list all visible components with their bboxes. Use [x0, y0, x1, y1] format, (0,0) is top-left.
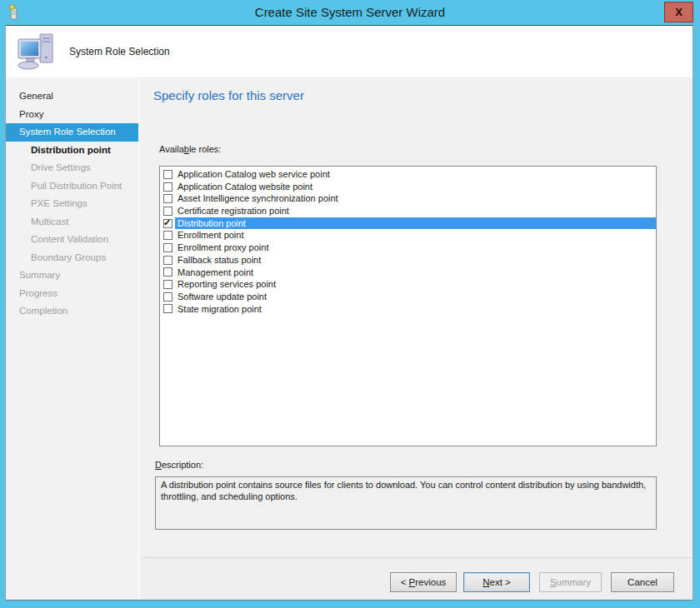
wizard-sidebar: GeneralProxySystem Role SelectionDistrib… [6, 77, 140, 600]
client-area: System Role Selection GeneralProxySystem… [5, 25, 693, 601]
role-row-certificate-registration-point[interactable]: Certificate registration point [160, 205, 656, 217]
sidebar-item-boundary-groups: Boundary Groups [6, 249, 138, 267]
description-text: A distribution point contains source fil… [161, 480, 651, 502]
role-label: Enrollment point [175, 229, 656, 242]
summary-button: Summary [539, 572, 602, 592]
role-row-management-point[interactable]: Management point [160, 267, 656, 279]
checkbox-management-point[interactable] [163, 267, 172, 277]
sidebar-item-progress: Progress [6, 285, 138, 303]
wizard-app-icon [7, 4, 21, 21]
role-row-fallback-status-point[interactable]: Fallback status point [160, 254, 656, 267]
checkbox-asset-intelligence-synchronization-point[interactable] [163, 194, 172, 203]
role-row-application-catalog-web-service-point[interactable]: Application Catalog web service point [160, 168, 656, 181]
titlebar[interactable]: Create Site System Server Wizard X [0, 0, 700, 25]
page-heading: Specify roles for this server [153, 88, 304, 102]
main-panel: Specify roles for this server Available … [142, 77, 692, 600]
role-label: Enrollment proxy point [175, 242, 656, 254]
role-row-reporting-services-point[interactable]: Reporting services point [160, 278, 656, 291]
available-roles-list[interactable]: Application Catalog web service pointApp… [159, 166, 657, 446]
role-label: State migration point [175, 303, 656, 316]
sidebar-item-system-role-selection[interactable]: System Role Selection [6, 123, 138, 142]
sidebar-item-proxy[interactable]: Proxy [6, 106, 138, 124]
checkbox-fallback-status-point[interactable] [163, 256, 172, 265]
sidebar-item-distribution-point[interactable]: Distribution point [6, 142, 138, 160]
description-label: Description: [155, 460, 203, 470]
sidebar-item-pull-distribution-point: Pull Distribution Point [6, 177, 138, 196]
sidebar-item-multicast: Multicast [6, 213, 138, 232]
check-icon: ✓ [163, 218, 171, 227]
footer: < PreviousNext >SummaryCancel [142, 557, 692, 600]
sidebar-item-drive-settings: Drive Settings [6, 159, 138, 177]
role-row-enrollment-proxy-point[interactable]: Enrollment proxy point [160, 242, 656, 254]
close-button[interactable]: X [664, 2, 693, 22]
role-row-software-update-point[interactable]: Software update point [160, 291, 656, 303]
next-button[interactable]: Next > [463, 572, 530, 592]
wizard-window: Create Site System Server Wizard X [0, 0, 700, 608]
role-label: Certificate registration point [175, 205, 656, 217]
role-label: Application Catalog website point [175, 181, 656, 193]
checkbox-reporting-services-point[interactable] [163, 280, 172, 289]
checkbox-application-catalog-website-point[interactable] [163, 182, 172, 192]
checkbox-distribution-point[interactable]: ✓ [163, 219, 172, 228]
checkbox-software-update-point[interactable] [163, 292, 172, 302]
role-row-enrollment-point[interactable]: Enrollment point [160, 229, 656, 242]
role-label: Asset Intelligence synchronization point [175, 192, 656, 205]
checkbox-enrollment-proxy-point[interactable] [163, 243, 172, 252]
sidebar-item-general[interactable]: General [6, 87, 138, 106]
sidebar-item-summary: Summary [6, 267, 138, 285]
window-title: Create Site System Server Wizard [50, 0, 650, 25]
cancel-button[interactable]: Cancel [611, 572, 674, 592]
role-row-asset-intelligence-synchronization-point[interactable]: Asset Intelligence synchronization point [160, 192, 656, 205]
sidebar-item-pxe-settings: PXE Settings [6, 195, 138, 213]
role-label: Fallback status point [175, 254, 656, 267]
description-box: A distribution point contains source fil… [155, 476, 657, 530]
role-row-state-migration-point[interactable]: State migration point [160, 303, 656, 316]
role-label: Management point [175, 267, 656, 279]
header-title: System Role Selection [69, 26, 170, 77]
checkbox-state-migration-point[interactable] [163, 304, 172, 313]
sidebar-item-content-validation: Content Validation [6, 231, 138, 249]
role-label: Distribution point [175, 217, 656, 230]
role-row-distribution-point[interactable]: ✓Distribution point [160, 217, 656, 230]
role-label: Reporting services point [175, 278, 656, 291]
role-label: Application Catalog web service point [175, 168, 656, 181]
role-row-application-catalog-website-point[interactable]: Application Catalog website point [160, 181, 656, 193]
wizard-header: System Role Selection [6, 26, 692, 77]
checkbox-application-catalog-web-service-point[interactable] [163, 170, 172, 179]
previous-button[interactable]: < Previous [390, 572, 457, 592]
sidebar-item-completion: Completion [6, 302, 138, 321]
computer-icon [17, 32, 57, 74]
available-roles-label: Available roles: [159, 144, 221, 154]
checkbox-enrollment-point[interactable] [163, 231, 172, 240]
role-label: Software update point [175, 291, 656, 303]
checkbox-certificate-registration-point[interactable] [163, 207, 172, 216]
